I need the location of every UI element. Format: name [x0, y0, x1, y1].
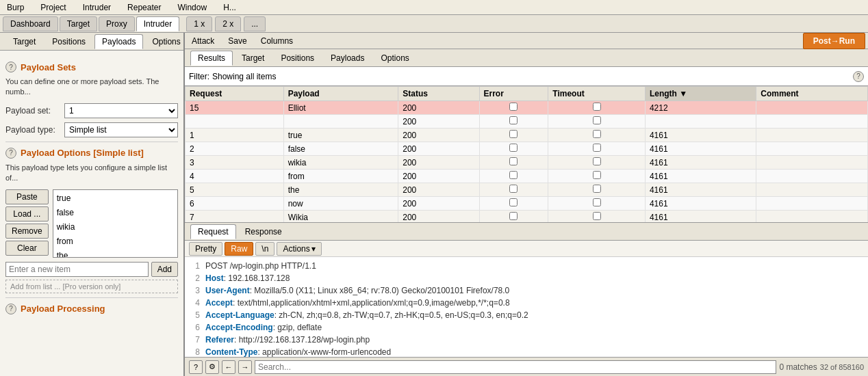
- paste-button[interactable]: Paste: [5, 189, 49, 204]
- table-row[interactable]: 4 from 200 4161: [186, 170, 868, 183]
- tab-intruder-payloads[interactable]: Payloads: [94, 34, 143, 49]
- cell-error[interactable]: [479, 101, 548, 115]
- attack-menu-columns[interactable]: Columns: [257, 35, 297, 47]
- error-checkbox[interactable]: [509, 198, 518, 206]
- attack-tab-results[interactable]: Results: [190, 51, 233, 66]
- tab-intruder[interactable]: Intruder: [136, 16, 179, 31]
- bottom-prev-icon[interactable]: ←: [222, 360, 235, 374]
- col-payload[interactable]: Payload: [283, 87, 398, 101]
- timeout-checkbox[interactable]: [593, 212, 601, 220]
- table-row[interactable]: 6 now 200 4161: [186, 197, 868, 211]
- error-checkbox[interactable]: [509, 212, 518, 220]
- menu-intruder[interactable]: Intruder: [79, 1, 115, 14]
- bottom-next-icon[interactable]: →: [238, 360, 252, 374]
- payload-list[interactable]: true false wikia from the now Wikia exte…: [53, 189, 178, 258]
- inner-tab-actions[interactable]: Actions ▾: [277, 242, 321, 256]
- cell-timeout[interactable]: [548, 170, 646, 183]
- tab-intruder-options[interactable]: Options: [144, 34, 185, 49]
- cell-timeout[interactable]: [548, 197, 646, 211]
- bottom-settings-icon[interactable]: ⚙: [205, 360, 219, 374]
- error-checkbox[interactable]: [509, 171, 518, 179]
- col-comment[interactable]: Comment: [756, 87, 868, 101]
- menu-burp[interactable]: Burp: [3, 1, 28, 14]
- error-checkbox[interactable]: [509, 157, 518, 165]
- attack-menu-attack[interactable]: Attack: [188, 35, 218, 47]
- menu-repeater[interactable]: Repeater: [123, 1, 165, 14]
- inner-tab-pretty[interactable]: Pretty: [189, 242, 222, 256]
- table-row[interactable]: 15 Elliot 200 4212: [186, 101, 868, 115]
- attack-tab-payloads[interactable]: Payloads: [323, 51, 372, 66]
- req-tab[interactable]: Request: [190, 224, 236, 239]
- attack-tab-options[interactable]: Options: [373, 51, 416, 66]
- attack-tab-positions[interactable]: Positions: [273, 51, 322, 66]
- cell-error[interactable]: [479, 115, 548, 129]
- clear-button[interactable]: Clear: [5, 241, 49, 256]
- load-button[interactable]: Load ...: [5, 206, 49, 221]
- table-row[interactable]: 2 false 200 4161: [186, 142, 868, 156]
- filter-help-icon[interactable]: ?: [853, 71, 864, 82]
- tab-target[interactable]: Target: [60, 16, 97, 31]
- error-checkbox[interactable]: [509, 116, 518, 124]
- cell-timeout[interactable]: [548, 183, 646, 197]
- start-attack-button[interactable]: Post→Run: [803, 33, 865, 49]
- payload-processing-help-icon[interactable]: ?: [5, 304, 16, 314]
- col-error[interactable]: Error: [479, 87, 548, 101]
- cell-error[interactable]: [479, 211, 548, 224]
- table-row[interactable]: 3 wikia 200 4161: [186, 156, 868, 170]
- error-checkbox[interactable]: [509, 185, 518, 193]
- add-item-input[interactable]: [5, 262, 149, 277]
- tab-proxy[interactable]: Proxy: [99, 16, 135, 31]
- cell-error[interactable]: [479, 142, 548, 156]
- cell-timeout[interactable]: [548, 211, 646, 224]
- col-length[interactable]: Length ▼: [645, 87, 756, 101]
- menu-window[interactable]: Window: [173, 1, 211, 14]
- tab-num-2[interactable]: 2 x: [215, 16, 241, 31]
- timeout-checkbox[interactable]: [593, 103, 601, 111]
- table-row[interactable]: 5 the 200 4161: [186, 183, 868, 197]
- cell-timeout[interactable]: [548, 142, 646, 156]
- cell-error[interactable]: [479, 197, 548, 211]
- inner-tab-ln[interactable]: \n: [255, 242, 275, 256]
- tab-num-1[interactable]: 1 x: [186, 16, 212, 31]
- error-checkbox[interactable]: [509, 144, 518, 152]
- tab-intruder-target[interactable]: Target: [5, 34, 43, 49]
- timeout-checkbox[interactable]: [593, 198, 601, 206]
- cell-error[interactable]: [479, 156, 548, 170]
- table-row[interactable]: 200: [186, 115, 868, 129]
- cell-timeout[interactable]: [548, 101, 646, 115]
- timeout-checkbox[interactable]: [593, 185, 601, 193]
- col-request[interactable]: Request: [186, 87, 284, 101]
- search-input[interactable]: [255, 360, 776, 374]
- col-timeout[interactable]: Timeout: [548, 87, 646, 101]
- cell-error[interactable]: [479, 129, 548, 142]
- timeout-checkbox[interactable]: [593, 116, 601, 124]
- payload-sets-help-icon[interactable]: ?: [5, 62, 16, 72]
- payload-set-select[interactable]: 1: [64, 103, 178, 118]
- payload-type-select[interactable]: Simple list: [64, 122, 178, 137]
- table-row[interactable]: 1 true 200 4161: [186, 129, 868, 142]
- remove-button[interactable]: Remove: [5, 224, 49, 239]
- cell-error[interactable]: [479, 170, 548, 183]
- table-row[interactable]: 7 Wikia 200 4161: [186, 211, 868, 224]
- tab-dashboard[interactable]: Dashboard: [3, 16, 58, 31]
- bottom-help-icon[interactable]: ?: [189, 360, 203, 374]
- cell-timeout[interactable]: [548, 129, 646, 142]
- tab-more[interactable]: ...: [244, 16, 266, 31]
- filter-input[interactable]: [212, 72, 850, 81]
- timeout-checkbox[interactable]: [593, 130, 601, 138]
- error-checkbox[interactable]: [509, 130, 518, 138]
- error-checkbox[interactable]: [509, 103, 518, 111]
- menu-help[interactable]: H...: [219, 1, 240, 14]
- cell-timeout[interactable]: [548, 115, 646, 129]
- tab-intruder-positions[interactable]: Positions: [44, 34, 93, 49]
- timeout-checkbox[interactable]: [593, 171, 601, 179]
- resp-tab[interactable]: Response: [238, 224, 290, 239]
- timeout-checkbox[interactable]: [593, 144, 601, 152]
- timeout-checkbox[interactable]: [593, 157, 601, 165]
- payload-options-help-icon[interactable]: ?: [5, 148, 16, 159]
- inner-tab-raw[interactable]: Raw: [225, 242, 253, 256]
- col-status[interactable]: Status: [398, 87, 479, 101]
- attack-tab-target[interactable]: Target: [234, 51, 272, 66]
- menu-project[interactable]: Project: [36, 1, 70, 14]
- add-button[interactable]: Add: [151, 262, 178, 277]
